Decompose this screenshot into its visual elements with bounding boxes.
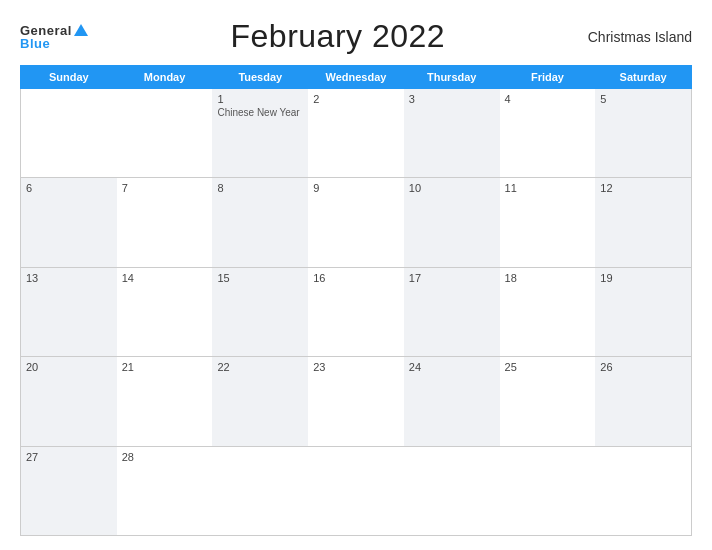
calendar-cell: 6 (21, 178, 117, 266)
calendar-event: Chinese New Year (217, 107, 303, 118)
calendar-week: 20212223242526 (20, 357, 692, 446)
day-number: 7 (122, 182, 208, 194)
day-number: 26 (600, 361, 686, 373)
calendar-page: General Blue February 2022 Christmas Isl… (0, 0, 712, 550)
day-of-week-header: Sunday (21, 66, 117, 88)
calendar-cell: 16 (308, 268, 404, 356)
calendar-cell: 23 (308, 357, 404, 445)
day-of-week-header: Thursday (404, 66, 500, 88)
day-of-week-header: Tuesday (212, 66, 308, 88)
region-label: Christmas Island (588, 29, 692, 45)
calendar-cell: 20 (21, 357, 117, 445)
day-number: 11 (505, 182, 591, 194)
calendar-body: 1Chinese New Year23456789101112131415161… (20, 89, 692, 536)
calendar-cell: 27 (21, 447, 117, 535)
day-number: 5 (600, 93, 686, 105)
calendar-cell: 12 (595, 178, 691, 266)
day-number: 2 (313, 93, 399, 105)
calendar-cell (308, 447, 404, 535)
day-number: 19 (600, 272, 686, 284)
calendar-cell: 28 (117, 447, 213, 535)
day-number: 18 (505, 272, 591, 284)
logo-triangle-icon (74, 24, 88, 36)
calendar-cell: 22 (212, 357, 308, 445)
day-number: 16 (313, 272, 399, 284)
day-number: 20 (26, 361, 112, 373)
day-number: 22 (217, 361, 303, 373)
calendar-cell: 2 (308, 89, 404, 177)
day-of-week-header: Monday (117, 66, 213, 88)
day-number: 6 (26, 182, 112, 194)
day-number: 3 (409, 93, 495, 105)
day-of-week-header: Friday (500, 66, 596, 88)
calendar: SundayMondayTuesdayWednesdayThursdayFrid… (20, 65, 692, 536)
calendar-cell (500, 447, 596, 535)
calendar-week: 1Chinese New Year2345 (20, 89, 692, 178)
day-of-week-header: Wednesday (308, 66, 404, 88)
day-number: 17 (409, 272, 495, 284)
calendar-cell: 24 (404, 357, 500, 445)
calendar-week: 2728 (20, 447, 692, 536)
calendar-cell: 19 (595, 268, 691, 356)
calendar-cell: 15 (212, 268, 308, 356)
calendar-cell (117, 89, 213, 177)
calendar-cell: 9 (308, 178, 404, 266)
day-number: 27 (26, 451, 112, 463)
calendar-cell: 21 (117, 357, 213, 445)
calendar-title: February 2022 (231, 18, 446, 55)
calendar-cell: 8 (212, 178, 308, 266)
day-number: 10 (409, 182, 495, 194)
calendar-cell (404, 447, 500, 535)
calendar-cell: 13 (21, 268, 117, 356)
calendar-cell: 18 (500, 268, 596, 356)
calendar-cell (21, 89, 117, 177)
calendar-cell: 3 (404, 89, 500, 177)
calendar-cell (595, 447, 691, 535)
day-number: 14 (122, 272, 208, 284)
calendar-cell: 4 (500, 89, 596, 177)
calendar-cell: 11 (500, 178, 596, 266)
logo-general-text: General (20, 24, 72, 37)
calendar-cell: 7 (117, 178, 213, 266)
day-number: 9 (313, 182, 399, 194)
header: General Blue February 2022 Christmas Isl… (20, 18, 692, 55)
calendar-header-row: SundayMondayTuesdayWednesdayThursdayFrid… (20, 65, 692, 89)
calendar-cell: 5 (595, 89, 691, 177)
calendar-cell: 14 (117, 268, 213, 356)
calendar-week: 13141516171819 (20, 268, 692, 357)
day-number: 4 (505, 93, 591, 105)
calendar-week: 6789101112 (20, 178, 692, 267)
day-number: 8 (217, 182, 303, 194)
logo: General Blue (20, 24, 88, 50)
day-number: 28 (122, 451, 208, 463)
day-number: 21 (122, 361, 208, 373)
calendar-cell: 25 (500, 357, 596, 445)
day-number: 12 (600, 182, 686, 194)
day-of-week-header: Saturday (595, 66, 691, 88)
day-number: 1 (217, 93, 303, 105)
day-number: 24 (409, 361, 495, 373)
calendar-cell: 26 (595, 357, 691, 445)
day-number: 23 (313, 361, 399, 373)
day-number: 25 (505, 361, 591, 373)
calendar-cell (212, 447, 308, 535)
day-number: 13 (26, 272, 112, 284)
calendar-cell: 1Chinese New Year (212, 89, 308, 177)
logo-blue-text: Blue (20, 37, 88, 50)
calendar-cell: 10 (404, 178, 500, 266)
calendar-cell: 17 (404, 268, 500, 356)
day-number: 15 (217, 272, 303, 284)
